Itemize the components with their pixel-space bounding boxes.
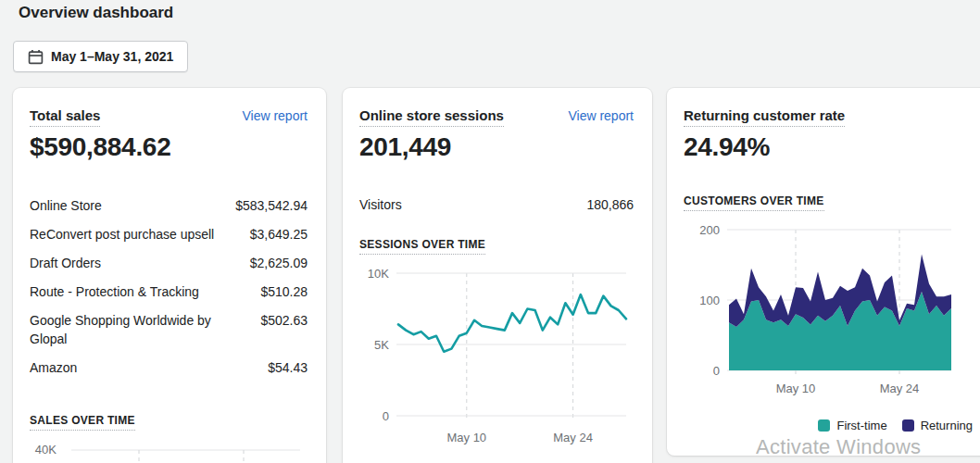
row-label: Amazon <box>30 358 77 377</box>
customers-over-time-chart[interactable]: May 10May 240100200 <box>680 220 967 402</box>
svg-text:5K: 5K <box>374 338 389 352</box>
row-value: 180,866 <box>586 195 634 214</box>
sessions-over-time-chart[interactable]: May 10May 2405K10K <box>356 259 639 449</box>
legend-swatch <box>902 419 914 432</box>
overview-dashboard-screen: Overview dashboard May 1–May 31, 2021 To… <box>0 0 980 463</box>
svg-text:May 24: May 24 <box>880 382 920 395</box>
row-label: Google Shopping Worldwide by Glopal <box>30 311 215 348</box>
card-header: Returning customer rate <box>684 107 980 127</box>
row-label: Draft Orders <box>30 254 101 272</box>
sessions-view-report-link[interactable]: View report <box>568 108 634 123</box>
svg-text:0: 0 <box>713 364 720 378</box>
calendar-icon <box>28 49 44 65</box>
sales-channel-row: Google Shopping Worldwide by Glopal$502.… <box>30 311 308 348</box>
row-value: $502.63 <box>260 311 308 330</box>
row-label: Visitors <box>359 195 402 214</box>
activate-windows-watermark: Activate Windows <box>756 435 921 459</box>
row-label: ReConvert post purchase upsell <box>30 225 214 244</box>
legend-label: First-time <box>836 419 886 432</box>
sales-breakdown-list: Online Store$583,542.94ReConvert post pu… <box>30 196 308 387</box>
sales-over-time-chart[interactable]: 40K <box>26 434 324 463</box>
svg-text:40K: 40K <box>35 443 57 457</box>
svg-text:100: 100 <box>699 294 720 307</box>
total-sales-title[interactable]: Total sales <box>30 107 100 127</box>
svg-text:10K: 10K <box>368 267 389 281</box>
date-range-button[interactable]: May 1–May 31, 2021 <box>13 41 188 72</box>
row-value: $2,625.09 <box>250 254 308 272</box>
svg-text:May 10: May 10 <box>446 431 486 444</box>
sessions-over-time-header[interactable]: SESSIONS OVER TIME <box>359 238 485 255</box>
sales-over-time-header[interactable]: SALES OVER TIME <box>30 414 135 431</box>
sales-channel-row: Draft Orders$2,625.09 <box>30 254 308 272</box>
total-sales-value: $590,884.62 <box>30 132 170 162</box>
card-header: Total sales View report <box>30 107 308 127</box>
row-value: $3,649.25 <box>250 225 308 244</box>
total-sales-view-report-link[interactable]: View report <box>242 108 308 123</box>
visitors-row: Visitors180,866 <box>359 195 634 214</box>
sales-channel-row: Route - Protection & Tracking$510.28 <box>30 282 308 301</box>
svg-text:May 24: May 24 <box>553 431 593 444</box>
row-label: Route - Protection & Tracking <box>30 282 199 301</box>
svg-text:200: 200 <box>699 223 720 237</box>
legend-label: Returning <box>921 419 973 432</box>
row-label: Online Store <box>30 196 102 215</box>
sessions-stats-list: Visitors180,866 <box>359 195 634 224</box>
legend-swatch <box>818 419 830 432</box>
online-store-sessions-value: 201,449 <box>359 132 451 162</box>
legend-item-first-time: First-time <box>818 419 886 432</box>
sales-channel-row: Amazon$54.43 <box>30 358 308 377</box>
date-range-label: May 1–May 31, 2021 <box>51 49 173 64</box>
sales-channel-row: Online Store$583,542.94 <box>30 196 308 215</box>
page-title: Overview dashboard <box>19 4 173 22</box>
legend-item-returning: Returning <box>902 419 973 432</box>
online-store-sessions-card: Online store sessions View report 201,44… <box>343 88 652 463</box>
returning-customer-rate-value: 24.94% <box>684 132 770 162</box>
row-value: $583,542.94 <box>235 196 308 215</box>
row-value: $510.28 <box>260 282 308 301</box>
customers-over-time-header[interactable]: CUSTOMERS OVER TIME <box>684 194 824 211</box>
row-value: $54.43 <box>268 358 308 377</box>
svg-text:May 10: May 10 <box>776 382 816 395</box>
svg-text:0: 0 <box>383 409 389 423</box>
sales-channel-row: ReConvert post purchase upsell$3,649.25 <box>30 225 308 244</box>
online-store-sessions-title[interactable]: Online store sessions <box>359 107 504 127</box>
chart-legend: First-timeReturning <box>818 419 973 432</box>
total-sales-card: Total sales View report $590,884.62 Onli… <box>13 88 326 463</box>
returning-customer-rate-title[interactable]: Returning customer rate <box>684 107 845 127</box>
card-header: Online store sessions View report <box>359 107 634 127</box>
returning-customer-rate-card: Returning customer rate 24.94% CUSTOMERS… <box>667 88 980 456</box>
